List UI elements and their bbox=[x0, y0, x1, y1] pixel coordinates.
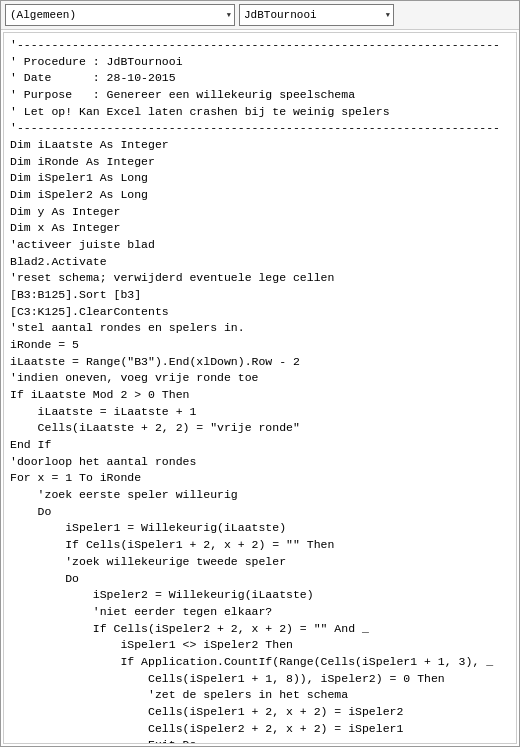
algemeen-dropdown-wrapper[interactable]: (Algemeen) bbox=[5, 4, 235, 26]
vba-editor-window: (Algemeen) JdBTournooi '----------------… bbox=[0, 0, 520, 747]
code-content: '---------------------------------------… bbox=[10, 37, 510, 744]
code-editor[interactable]: '---------------------------------------… bbox=[3, 32, 517, 744]
algemeen-dropdown[interactable]: (Algemeen) bbox=[5, 4, 235, 26]
module-dropdown[interactable]: JdBTournooi bbox=[239, 4, 394, 26]
module-dropdown-wrapper[interactable]: JdBTournooi bbox=[239, 4, 394, 26]
toolbar: (Algemeen) JdBTournooi bbox=[1, 1, 519, 30]
